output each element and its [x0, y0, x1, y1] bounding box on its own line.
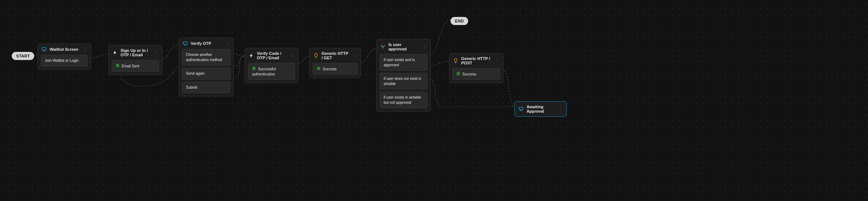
svg-point-15 — [354, 55, 355, 56]
bolt-icon — [249, 53, 254, 58]
start-label: START — [16, 54, 30, 58]
http-icon — [453, 58, 458, 63]
outlet-join-waitlist[interactable]: Join Waitlist or Login — [41, 55, 88, 67]
node-http-post[interactable]: Generic HTTP / POST Success — [449, 53, 503, 83]
node-title: Generic HTTP / POST — [461, 56, 492, 65]
svg-rect-0 — [42, 47, 46, 50]
more-vert-icon[interactable] — [495, 59, 499, 63]
outlet-send-again[interactable]: Send again — [182, 68, 230, 80]
svg-point-24 — [560, 107, 561, 108]
more-vert-icon[interactable] — [290, 53, 294, 58]
svg-point-21 — [497, 60, 498, 61]
svg-point-20 — [497, 59, 498, 60]
more-vert-icon[interactable] — [83, 47, 87, 52]
svg-point-4 — [156, 51, 157, 52]
end-label: END — [455, 19, 464, 23]
node-title: Verify Code / OTP / Email — [257, 51, 287, 60]
node-sign-up-otp-email[interactable]: Sign Up or In / OTP / Email Email Sent — [108, 45, 162, 75]
more-vert-icon[interactable] — [352, 53, 357, 58]
outlet-success[interactable]: Success — [313, 63, 358, 75]
svg-point-8 — [227, 42, 228, 43]
node-title: Generic HTTP / GET — [322, 51, 349, 60]
outlet-user-exists-approved[interactable]: if user exists and is approved — [380, 54, 427, 71]
svg-point-5 — [156, 52, 157, 53]
svg-point-17 — [424, 45, 425, 46]
node-is-user-approved[interactable]: Is user approved if user exists and is a… — [376, 39, 431, 112]
svg-point-18 — [424, 46, 425, 47]
svg-point-11 — [292, 54, 293, 55]
node-title: Awaiting Approval — [527, 105, 555, 113]
more-vert-icon[interactable] — [225, 41, 230, 46]
node-awaiting-approval[interactable]: Awaiting Approval — [514, 101, 567, 117]
svg-point-14 — [354, 54, 355, 55]
outlet-success[interactable]: Success — [452, 68, 500, 80]
svg-point-1 — [85, 48, 85, 49]
svg-point-16 — [354, 57, 355, 57]
node-title: Verify OTP — [191, 41, 222, 46]
outlet-successful-auth[interactable]: Successful authentication — [248, 63, 295, 80]
node-http-get[interactable]: Generic HTTP / GET Success — [309, 48, 361, 78]
svg-rect-7 — [183, 42, 187, 44]
svg-point-6 — [156, 54, 157, 54]
svg-point-3 — [85, 50, 85, 51]
fork-icon — [380, 44, 385, 49]
monitor-icon — [519, 106, 524, 112]
node-title: Is user approved — [388, 42, 419, 51]
svg-point-9 — [227, 43, 228, 44]
svg-point-22 — [497, 62, 498, 63]
flow-wires — [0, 0, 868, 201]
http-icon — [313, 53, 319, 58]
monitor-icon — [183, 41, 188, 46]
outlet-user-not-approved[interactable]: if user exists in airtable but not appro… — [380, 92, 427, 108]
svg-point-2 — [85, 49, 85, 50]
svg-point-26 — [560, 110, 561, 111]
node-verify-otp[interactable]: Verify OTP Choose another authentication… — [179, 38, 234, 96]
svg-rect-23 — [519, 107, 523, 110]
outlet-user-not-exist[interactable]: if user does not exist in airtable — [380, 73, 427, 89]
more-vert-icon[interactable] — [154, 50, 158, 55]
monitor-icon — [42, 47, 47, 52]
bolt-icon — [112, 50, 118, 55]
node-title: Sign Up or In / OTP / Email — [121, 48, 151, 57]
end-terminal: END — [451, 17, 468, 25]
start-terminal: START — [12, 52, 34, 60]
svg-point-25 — [560, 109, 561, 109]
svg-point-13 — [292, 57, 293, 57]
outlet-submit[interactable]: Submit — [182, 82, 230, 94]
node-waitlist-screen[interactable]: Waitlist Screen Join Waitlist or Login — [37, 43, 91, 70]
svg-point-10 — [227, 45, 228, 45]
svg-point-19 — [424, 48, 425, 49]
outlet-choose-another-method[interactable]: Choose another authentication method — [182, 49, 230, 66]
more-vert-icon[interactable] — [558, 107, 563, 111]
node-title: Waitlist Screen — [50, 47, 80, 52]
node-verify-code[interactable]: Verify Code / OTP / Email Successful aut… — [245, 48, 298, 83]
more-vert-icon[interactable] — [422, 45, 427, 49]
outlet-email-sent[interactable]: Email Sent — [112, 60, 159, 72]
svg-point-12 — [292, 55, 293, 56]
